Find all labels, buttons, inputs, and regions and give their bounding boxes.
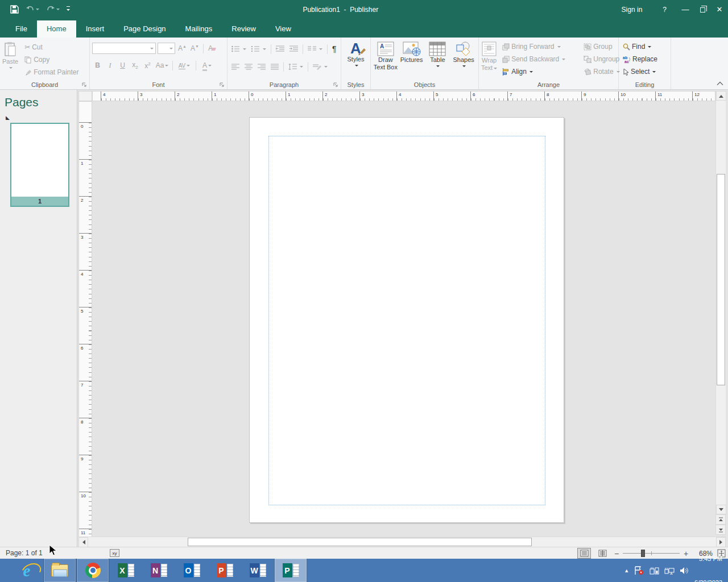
justify-button[interactable] — [269, 63, 280, 70]
wrap-text-button[interactable]: Wrap Text — [481, 40, 497, 79]
clipboard-dialog-launcher[interactable] — [82, 82, 87, 88]
taskbar-item-powerpoint[interactable]: P — [208, 559, 241, 582]
rotate-button[interactable]: Rotate — [582, 65, 621, 78]
replace-button[interactable]: abac Replace — [621, 53, 668, 65]
horizontal-scrollbar-thumb[interactable] — [188, 538, 532, 546]
undo-button[interactable] — [26, 6, 39, 13]
ungroup-button[interactable]: Ungroup — [582, 53, 621, 65]
show-special-characters-button[interactable]: ¶ — [330, 44, 338, 54]
font-size-combobox[interactable] — [158, 43, 175, 54]
page-thumbnail[interactable]: 1 — [10, 123, 69, 207]
show-hidden-icons-button[interactable]: ▲ — [624, 568, 629, 573]
object-position-toggle[interactable]: xy — [110, 549, 119, 557]
undo-dropdown-caret[interactable] — [36, 9, 39, 12]
send-backward-button[interactable]: Send Backward — [500, 53, 567, 65]
vertical-ruler[interactable]: 01234567891011 — [78, 101, 92, 537]
horizontal-ruler[interactable]: 43210123456789101112 — [92, 91, 715, 101]
underline-button[interactable]: U — [117, 61, 128, 69]
zoom-slider-thumb[interactable] — [641, 550, 645, 557]
redo-button[interactable] — [46, 6, 60, 13]
paste-button[interactable]: Paste — [2, 40, 18, 79]
two-page-view-button[interactable] — [595, 548, 609, 559]
pictures-button[interactable]: Pictures — [399, 40, 424, 79]
close-button[interactable]: ✕ — [711, 0, 728, 19]
find-button[interactable]: Find — [621, 40, 668, 53]
line-spacing-button[interactable] — [287, 63, 305, 71]
battery-icon[interactable] — [649, 567, 659, 575]
vertical-scrollbar-thumb[interactable] — [717, 174, 725, 385]
tab-review[interactable]: Review — [222, 20, 266, 38]
character-spacing-button[interactable]: AV — [176, 63, 193, 69]
redo-dropdown-caret[interactable] — [56, 9, 60, 12]
vertical-scrollbar[interactable] — [715, 91, 726, 514]
styles-button[interactable]: A Styles — [344, 40, 368, 68]
taskbar-item-outlook[interactable]: O — [175, 559, 208, 582]
grow-font-button[interactable]: A▲ — [177, 44, 188, 52]
tab-file[interactable]: File — [6, 20, 37, 38]
previous-page-button[interactable] — [715, 514, 726, 525]
numbering-button[interactable] — [250, 45, 268, 53]
action-center-icon[interactable] — [634, 566, 644, 575]
next-page-button[interactable] — [715, 525, 726, 535]
subscript-button[interactable]: x2 — [130, 61, 140, 70]
pages-collapse-toggle[interactable]: ◣ — [6, 115, 10, 120]
clock[interactable]: 5:43 PM 6/20/2023 — [694, 539, 722, 582]
align-center-button[interactable] — [243, 63, 254, 70]
font-color-button[interactable]: A — [199, 61, 215, 69]
single-page-view-button[interactable] — [577, 548, 591, 559]
tab-insert[interactable]: Insert — [76, 20, 114, 38]
font-dialog-launcher[interactable] — [220, 82, 225, 88]
shapes-button[interactable]: Shapes — [451, 40, 476, 79]
copy-button[interactable]: Copy — [23, 53, 80, 66]
minimize-button[interactable]: — — [677, 0, 694, 19]
restore-button[interactable] — [694, 0, 711, 19]
decrease-indent-button[interactable] — [274, 45, 286, 53]
italic-button[interactable]: I — [105, 61, 115, 70]
zoom-slider[interactable] — [623, 553, 680, 554]
taskbar-item-publisher[interactable]: P — [274, 559, 307, 582]
help-button[interactable]: ? — [652, 6, 677, 14]
change-case-button[interactable]: Aa — [155, 61, 169, 69]
network-icon[interactable] — [664, 567, 675, 575]
clear-formatting-button[interactable]: A — [206, 44, 217, 52]
sign-in-link[interactable]: Sign in — [611, 6, 653, 14]
tab-page-design[interactable]: Page Design — [114, 20, 175, 38]
align-left-button[interactable] — [230, 63, 241, 70]
paragraph-format-button[interactable] — [311, 63, 329, 70]
scroll-left-button[interactable] — [78, 537, 88, 547]
scroll-down-button[interactable] — [716, 505, 726, 514]
tab-mailings[interactable]: Mailings — [176, 20, 222, 38]
volume-icon[interactable] — [680, 567, 689, 575]
taskbar-item-excel[interactable]: X — [109, 559, 142, 582]
bullets-button[interactable] — [230, 45, 248, 53]
align-right-button[interactable] — [256, 63, 267, 70]
table-button[interactable]: Table — [425, 40, 450, 79]
zoom-out-button[interactable]: − — [614, 549, 619, 558]
align-objects-button[interactable]: Align — [500, 65, 567, 78]
cut-button[interactable]: ✂ Cut — [23, 41, 80, 53]
paragraph-dialog-launcher[interactable] — [333, 82, 338, 88]
save-button[interactable] — [10, 5, 19, 14]
zoom-in-button[interactable]: + — [683, 549, 689, 558]
taskbar-item-onenote[interactable]: N — [142, 559, 175, 582]
columns-button[interactable] — [306, 45, 324, 53]
select-button[interactable]: Select — [621, 65, 668, 78]
taskbar-item-internet-explorer[interactable]: e — [10, 559, 43, 582]
scroll-up-button[interactable] — [716, 91, 726, 101]
taskbar-item-word[interactable]: W — [241, 559, 274, 582]
publication-page[interactable] — [249, 117, 564, 523]
bold-button[interactable]: B — [92, 61, 103, 69]
font-name-combobox[interactable] — [92, 43, 156, 54]
superscript-button[interactable]: x2 — [142, 61, 153, 70]
shrink-font-button[interactable]: A▼ — [189, 44, 200, 52]
draw-text-box-button[interactable]: A Draw Text Box — [373, 40, 398, 79]
increase-indent-button[interactable] — [288, 45, 300, 53]
group-button[interactable]: Group — [582, 40, 621, 53]
taskbar-item-file-explorer[interactable] — [43, 559, 76, 582]
tab-view[interactable]: View — [266, 20, 301, 38]
collapse-ribbon-button[interactable] — [717, 81, 723, 86]
bring-forward-button[interactable]: Bring Forward — [500, 40, 567, 53]
tab-home[interactable]: Home — [37, 20, 76, 38]
format-painter-button[interactable]: Format Painter — [23, 66, 80, 78]
horizontal-scrollbar[interactable] — [78, 537, 726, 547]
